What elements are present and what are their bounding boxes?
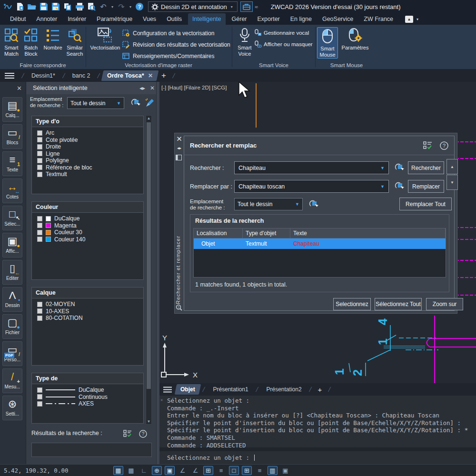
toolbar-options-icon[interactable]: ≂ bbox=[254, 4, 259, 10]
layer-filter-row[interactable]: 02-MOYEN bbox=[37, 301, 143, 308]
replace-button[interactable]: Remplacer bbox=[408, 180, 444, 193]
panel-close-icon[interactable]: ✕ bbox=[150, 85, 155, 91]
clear-selection-icon[interactable] bbox=[144, 98, 155, 108]
panel-scrollbar[interactable]: ▲ ▼ bbox=[146, 115, 152, 425]
tab-geoservice[interactable]: GeoService bbox=[318, 13, 357, 25]
smart-mouse-settings-button[interactable]: Paramètres bbox=[340, 27, 370, 51]
voice-toggle-button[interactable]: Afficher ou masquer bbox=[254, 39, 313, 50]
sidebar-item-fichier[interactable]: ▢●Fichier bbox=[2, 314, 22, 339]
dialog-panel-icon[interactable] bbox=[176, 155, 183, 160]
checkbox[interactable] bbox=[37, 230, 42, 235]
osnap-icon[interactable]: ▣ bbox=[165, 466, 175, 475]
linetype-filter-row[interactable]: AXES bbox=[37, 400, 143, 407]
spinner-down-button[interactable]: ▼ bbox=[446, 175, 458, 190]
checkbox[interactable] bbox=[37, 223, 42, 228]
doc-tab-banc2[interactable]: banc 2✕ bbox=[68, 70, 95, 81]
tab-exporter[interactable]: Exporter bbox=[253, 13, 284, 25]
col-localisation[interactable]: Localisation bbox=[194, 228, 243, 238]
sidebar-item-calques[interactable]: ▤●Calq... bbox=[2, 97, 22, 122]
ribbon-options-icon[interactable]: ▾ bbox=[415, 17, 420, 21]
checkbox[interactable] bbox=[37, 316, 42, 321]
redo-dropdown-icon[interactable]: ▾ bbox=[128, 5, 133, 9]
new-doc-tab-button[interactable]: + bbox=[161, 71, 166, 80]
tab-zw-france[interactable]: ZW France bbox=[359, 13, 397, 25]
dialog-list-icon[interactable] bbox=[423, 141, 432, 149]
checkbox[interactable] bbox=[37, 302, 42, 307]
spinner-up-button[interactable]: ▲ bbox=[446, 159, 458, 174]
save-button[interactable] bbox=[39, 2, 49, 11]
dialog-help-icon[interactable]: ? bbox=[440, 141, 448, 150]
color-filter-row[interactable]: Couleur 30 bbox=[37, 229, 143, 236]
layer-filter-row[interactable]: 80-COTATION bbox=[37, 315, 143, 322]
replace-pick-icon[interactable] bbox=[394, 181, 404, 191]
result-row[interactable]: Objet Textmult Chapiteau bbox=[194, 238, 446, 249]
copy-button[interactable] bbox=[62, 2, 73, 11]
help-button[interactable]: ? bbox=[134, 2, 145, 11]
tab-gerer[interactable]: Gérer bbox=[228, 13, 251, 25]
command-input[interactable]: Sélectionnez un objet : bbox=[159, 451, 476, 464]
layout-menu-icon[interactable] bbox=[159, 387, 176, 393]
layout-tab-presentation1[interactable]: Présentation1 bbox=[208, 384, 253, 395]
type-filter-row[interactable]: Cote pivotée bbox=[37, 137, 143, 144]
tab-intelligente[interactable]: Intelligente bbox=[188, 13, 225, 25]
ortho-icon[interactable]: ∟ bbox=[139, 466, 149, 475]
smart-mouse-button[interactable]: Smart Mouse bbox=[317, 27, 338, 59]
color-filter-row[interactable]: Couleur 140 bbox=[37, 236, 143, 243]
voice-manager-button[interactable]: Gestionnaire vocal bbox=[254, 28, 309, 38]
similar-search-button[interactable]: Similar Search bbox=[64, 27, 86, 57]
checkbox[interactable] bbox=[37, 158, 42, 163]
panel-pin-icon[interactable]: ◂▸ bbox=[139, 85, 145, 91]
checkbox[interactable] bbox=[37, 144, 42, 149]
new-layout-button[interactable]: + bbox=[317, 386, 322, 394]
checkbox[interactable] bbox=[37, 130, 42, 136]
snap-grid-icon[interactable]: ▦ bbox=[126, 466, 136, 475]
smart-match-button[interactable]: Smart Match bbox=[0, 27, 22, 57]
checkbox[interactable] bbox=[37, 394, 42, 399]
col-type[interactable]: Type d'objet bbox=[243, 228, 290, 238]
layer-filter-row[interactable]: 10-AXES bbox=[37, 308, 143, 315]
dialog-scope-dropdown[interactable]: Tout le dessin▼ bbox=[234, 198, 303, 210]
nombre-button[interactable]: Nombre bbox=[42, 27, 64, 51]
dialog-close-icon[interactable]: ✕ bbox=[176, 135, 183, 143]
linetype-filter-row[interactable]: DuCalque bbox=[37, 387, 143, 394]
doc-tab-ordre-tosca[interactable]: Ordre Tosca*✕ bbox=[101, 70, 159, 81]
ribbon-collapse-button[interactable]: ▲ bbox=[405, 16, 413, 23]
sidebar-item-perso[interactable]: ▭/PGPPerso... bbox=[2, 341, 22, 366]
command-window[interactable]: ✕ Sélectionnez un objet :Commande : _.-I… bbox=[159, 396, 476, 464]
type-filter-row[interactable]: Arc bbox=[37, 129, 143, 137]
checkbox[interactable] bbox=[37, 387, 42, 393]
type-filter-row[interactable]: Textmult bbox=[37, 171, 143, 178]
undo-button[interactable]: ↶ bbox=[98, 2, 109, 11]
copy-mode-icon[interactable]: ⊞ bbox=[242, 466, 252, 475]
toolbar-close-icon[interactable]: ✕ bbox=[17, 85, 22, 92]
redo-button[interactable]: ↷ bbox=[116, 2, 127, 11]
dialog-collapse-icon[interactable]: ◂▸ bbox=[176, 146, 183, 150]
layout-tab-objet[interactable]: Objet bbox=[175, 384, 201, 395]
checkbox[interactable] bbox=[37, 216, 42, 221]
results-input[interactable] bbox=[31, 443, 152, 457]
sidebar-item-settings[interactable]: ⊛Setti... bbox=[2, 396, 22, 420]
checkbox[interactable] bbox=[37, 151, 42, 156]
grid-icon[interactable]: ▦ bbox=[113, 466, 123, 475]
checkbox[interactable] bbox=[37, 308, 42, 314]
sidebar-item-texte[interactable]: ≡1Texte bbox=[2, 151, 22, 176]
linetype-filter-row[interactable]: Continuous bbox=[37, 394, 143, 401]
tab-parametrique[interactable]: Paramétrique bbox=[92, 13, 137, 25]
undo-dropdown-icon[interactable]: ▾ bbox=[110, 5, 115, 9]
checkbox[interactable] bbox=[37, 137, 42, 142]
open-button[interactable] bbox=[27, 2, 37, 11]
color-filter-row[interactable]: Magenta bbox=[37, 222, 143, 229]
lineweight-icon[interactable]: ≡ bbox=[216, 466, 226, 475]
find-button[interactable]: Rechercher bbox=[408, 161, 444, 174]
toolbox-button[interactable] bbox=[240, 1, 253, 12]
scope-dropdown[interactable]: Tout le dessin▼ bbox=[67, 97, 124, 109]
dash-display-icon[interactable]: ≡ bbox=[255, 466, 265, 475]
tab-debut[interactable]: Début bbox=[6, 13, 30, 25]
checkbox[interactable] bbox=[37, 401, 42, 407]
replace-combobox[interactable]: Chapiteau toscan▼ bbox=[234, 180, 389, 193]
replace-all-button[interactable]: Remplacer Tout bbox=[399, 198, 452, 210]
color-filter-row[interactable]: DuCalque bbox=[37, 215, 143, 222]
vector-config-button[interactable]: Configuration de la vectorisation bbox=[122, 28, 214, 39]
sidebar-item-blocs[interactable]: ▭/Blocs bbox=[2, 124, 22, 149]
polar-icon[interactable]: ⊕ bbox=[152, 466, 162, 475]
